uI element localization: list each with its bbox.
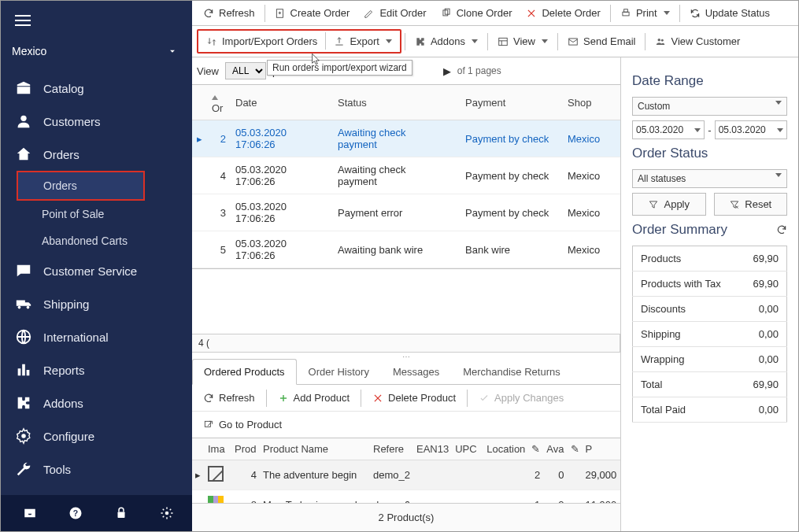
create-order-button[interactable]: Create Order xyxy=(268,4,357,22)
funnel-icon xyxy=(648,199,659,210)
update-status-button[interactable]: Update Status xyxy=(683,4,776,22)
value: 05.03.2020 xyxy=(636,124,683,135)
import-export-button[interactable]: Import/Export Orders xyxy=(200,32,324,50)
x-icon xyxy=(526,8,537,19)
sidebar: Mexico Catalog Customers Orders Orders P… xyxy=(1,1,192,531)
col-shop[interactable]: Shop xyxy=(563,85,620,120)
svg-point-16 xyxy=(658,38,661,41)
goto-icon xyxy=(203,419,214,430)
inbox-icon[interactable] xyxy=(23,506,37,520)
view-customer-button[interactable]: View Customer xyxy=(649,32,746,50)
swap-icon xyxy=(206,36,217,47)
addons-button[interactable]: Addons xyxy=(409,32,484,50)
apply-filter-button[interactable]: Apply xyxy=(632,193,706,216)
label: Apply xyxy=(664,198,690,210)
summary-row: Total Paid0,00 xyxy=(633,397,787,423)
col-price[interactable]: P xyxy=(583,438,620,460)
toolbar-row-2: Import/Export Orders Export Addons View … xyxy=(192,26,798,57)
col-upc[interactable]: UPC xyxy=(452,438,483,460)
col-date[interactable]: Date xyxy=(231,85,333,120)
date-preset-select[interactable]: Custom xyxy=(632,97,787,116)
add-product-button[interactable]: Add Product xyxy=(272,389,357,407)
mail-icon xyxy=(568,36,579,47)
date-from-input[interactable]: 05.03.2020 xyxy=(632,120,705,139)
sidebar-item-reports[interactable]: Reports xyxy=(1,353,192,386)
label: Send Email xyxy=(583,35,635,47)
help-icon[interactable]: ? xyxy=(68,506,83,520)
sidebar-sub-pos[interactable]: Point of Sale xyxy=(1,201,192,227)
view-select[interactable]: ALL xyxy=(225,62,266,79)
sidebar-sub-abandoned[interactable]: Abandoned Carts xyxy=(1,227,192,254)
sidebar-item-orders[interactable]: Orders xyxy=(1,138,192,171)
label: Create Order xyxy=(290,7,350,19)
plus-doc-icon xyxy=(275,8,286,19)
products-grid: Ima Prod Product Name Refere EAN13 UPC L… xyxy=(192,438,620,503)
col-pid[interactable]: Prod xyxy=(231,438,260,460)
status-select[interactable]: All statuses xyxy=(632,169,787,188)
col-img[interactable]: Ima xyxy=(205,438,231,460)
tab[interactable]: Ordered Products xyxy=(192,359,297,385)
settings-icon[interactable] xyxy=(160,506,174,520)
col-ava[interactable]: Ava xyxy=(543,438,567,460)
col-payment[interactable]: Payment xyxy=(461,85,563,120)
refresh-button[interactable]: Refresh xyxy=(197,4,261,22)
print-button[interactable]: Print xyxy=(614,4,676,22)
col-ref[interactable]: Refere xyxy=(370,438,413,460)
sidebar-sub-orders[interactable]: Orders xyxy=(18,172,143,199)
order-row[interactable]: 305.03.2020 17:06:26Payment errorPayment… xyxy=(192,194,620,231)
label: Reset xyxy=(745,198,771,210)
col-status[interactable]: Status xyxy=(333,85,451,120)
send-email-button[interactable]: Send Email xyxy=(561,32,642,50)
view-button[interactable]: View xyxy=(491,32,554,50)
col-loc[interactable]: Location xyxy=(483,438,528,460)
sidebar-item-tools[interactable]: Tools xyxy=(1,453,192,486)
sort-icon[interactable] xyxy=(212,95,218,100)
refresh-icon[interactable] xyxy=(776,224,787,235)
tooltip: Run orders import/export wizard xyxy=(267,60,412,76)
hamburger-icon[interactable] xyxy=(15,15,31,26)
puzzle-icon xyxy=(415,36,426,47)
order-summary-heading: Order Summary xyxy=(632,222,787,238)
edit-order-button[interactable]: Edit Order xyxy=(357,4,432,22)
label: International xyxy=(43,331,109,344)
prod-refresh-button[interactable]: Refresh xyxy=(197,389,261,407)
col-name[interactable]: Product Name xyxy=(260,438,370,460)
sidebar-item-customers[interactable]: Customers xyxy=(1,105,192,138)
sidebar-bottom-bar: ? xyxy=(1,495,192,531)
goto-product-button[interactable]: Go to Product xyxy=(197,416,288,434)
label: Go to Product xyxy=(219,419,282,430)
globe-icon xyxy=(15,328,32,345)
sidebar-item-shipping[interactable]: Shipping xyxy=(1,287,192,320)
tab[interactable]: Order History xyxy=(297,359,381,384)
orders-subitem-highlight: Orders xyxy=(17,171,145,201)
delete-product-button[interactable]: Delete Product xyxy=(366,389,462,407)
gear-icon xyxy=(15,427,32,445)
date-to-input[interactable]: 05.03.2020 xyxy=(715,120,787,139)
sidebar-item-configure[interactable]: Configure xyxy=(1,419,192,453)
sidebar-item-cs[interactable]: Customer Service xyxy=(1,254,192,287)
shop-selector[interactable]: Mexico xyxy=(1,40,192,67)
tab[interactable]: Merchandise Returns xyxy=(451,359,572,384)
sidebar-item-intl[interactable]: International xyxy=(1,320,192,353)
clone-order-button[interactable]: Clone Order xyxy=(435,4,519,22)
lock-icon[interactable] xyxy=(114,506,128,520)
refresh-icon xyxy=(203,393,214,404)
label: Catalog xyxy=(43,82,84,95)
tab[interactable]: Messages xyxy=(381,359,451,384)
order-row[interactable]: ▸205.03.2020 17:06:26Awaiting check paym… xyxy=(192,120,620,157)
sidebar-item-addons[interactable]: Addons xyxy=(1,386,192,419)
svg-point-17 xyxy=(661,39,664,41)
export-button[interactable]: Export xyxy=(327,32,398,50)
col-id[interactable]: Or xyxy=(212,102,223,114)
apply-changes-button[interactable]: Apply Changes xyxy=(472,389,570,407)
delete-order-button[interactable]: Delete Order xyxy=(520,4,606,22)
pane-resizer[interactable]: ⋯ xyxy=(192,353,620,359)
sidebar-item-catalog[interactable]: Catalog xyxy=(1,72,192,105)
order-row[interactable]: 505.03.2020 17:06:26Awaiting bank wireBa… xyxy=(192,231,620,268)
col-ean[interactable]: EAN13 xyxy=(413,438,452,460)
product-row[interactable]: 8Mug Today is a gooddemo_61211,900 xyxy=(192,490,620,504)
reset-filter-button[interactable]: Reset xyxy=(714,193,788,216)
order-row[interactable]: 405.03.2020 17:06:26Awaiting check payme… xyxy=(192,157,620,194)
product-row[interactable]: ▸4The adventure begindemo_22029,000 xyxy=(192,460,620,490)
svg-point-4 xyxy=(21,434,26,438)
